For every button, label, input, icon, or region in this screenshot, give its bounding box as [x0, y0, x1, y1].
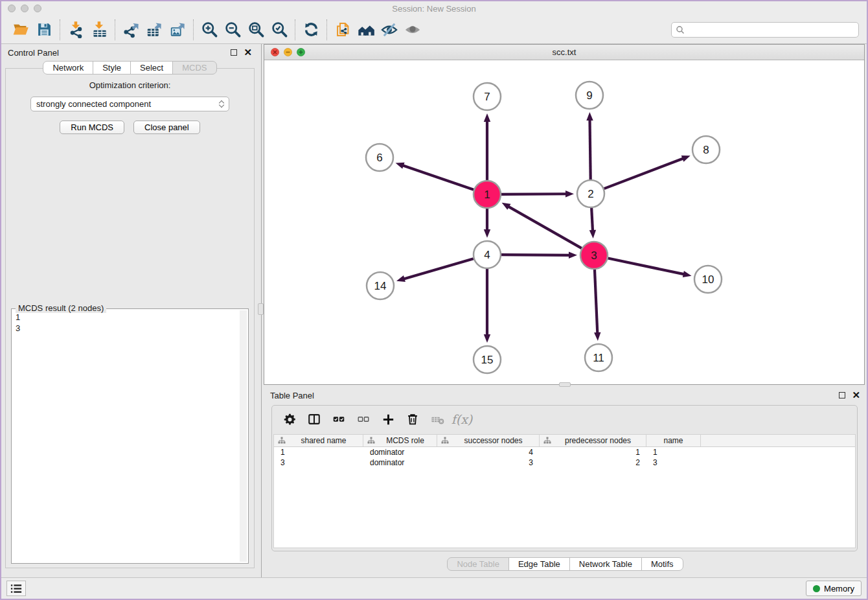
- edge-2-9[interactable]: [589, 119, 590, 179]
- tab-mcds[interactable]: MCDS: [172, 61, 216, 75]
- table-cell[interactable]: 3: [437, 458, 540, 467]
- control-panel-tabs: NetworkStyleSelectMCDS: [1, 61, 258, 75]
- column-header-name[interactable]: name: [646, 435, 701, 446]
- edge-1-6[interactable]: [402, 165, 474, 190]
- mcds-result-box: MCDS result (2 nodes) 13: [11, 308, 249, 564]
- optimization-criterion-label: Optimization criterion:: [6, 80, 254, 90]
- zoom-out-icon[interactable]: [221, 18, 244, 41]
- column-header-successor-nodes[interactable]: successor nodes: [437, 435, 540, 446]
- close-window-icon[interactable]: [8, 5, 16, 12]
- tab-node-table[interactable]: Node Table: [447, 557, 509, 571]
- window-title: Session: New Session: [392, 4, 475, 14]
- zoom-fit-icon[interactable]: [244, 18, 268, 41]
- table-row[interactable]: 3dominator323: [274, 457, 855, 468]
- edge-2-8[interactable]: [604, 158, 684, 189]
- node-label: 9: [586, 89, 592, 102]
- minimize-network-icon[interactable]: [284, 48, 292, 56]
- table-cell[interactable]: 3: [274, 458, 363, 467]
- search-icon: [676, 25, 685, 34]
- minimize-window-icon[interactable]: [21, 5, 29, 12]
- vertical-splitter[interactable]: [261, 44, 262, 577]
- zoom-in-icon[interactable]: [198, 18, 221, 41]
- horizontal-splitter-handle[interactable]: [559, 382, 571, 387]
- node-label: 2: [588, 188, 593, 200]
- table-panel-title: Table Panel: [270, 391, 314, 400]
- hierarchy-icon: [367, 437, 375, 444]
- splitter-handle[interactable]: [258, 303, 264, 315]
- mcds-result-text[interactable]: 13: [14, 310, 239, 562]
- column-header-shared-name[interactable]: shared name: [274, 435, 363, 446]
- edge-3-11[interactable]: [595, 270, 597, 334]
- table-cell[interactable]: dominator: [363, 458, 437, 467]
- network-canvas[interactable]: 7968124314101511: [264, 60, 864, 384]
- table-cell[interactable]: 1: [540, 448, 646, 457]
- edge-4-3[interactable]: [501, 255, 570, 255]
- zoom-window-icon[interactable]: [34, 5, 41, 12]
- close-network-icon[interactable]: [271, 48, 279, 56]
- export-table-icon[interactable]: [143, 18, 166, 41]
- result-scrollbar[interactable]: [240, 310, 247, 562]
- dropdown-value: strongly connected component: [36, 99, 220, 109]
- network-graph[interactable]: 7968124314101511: [264, 60, 864, 384]
- close-panel-icon[interactable]: ✕: [244, 49, 252, 56]
- close-table-panel-icon[interactable]: ✕: [852, 392, 860, 398]
- edge-1-2[interactable]: [501, 194, 567, 194]
- node-label: 3: [591, 249, 597, 262]
- table-row[interactable]: 1dominator411: [274, 447, 855, 457]
- table-cell[interactable]: dominator: [363, 448, 437, 457]
- open-file-icon[interactable]: [9, 18, 32, 41]
- edge-4-14[interactable]: [404, 259, 474, 279]
- node-label: 14: [374, 280, 387, 292]
- float-panel-icon[interactable]: [231, 49, 237, 56]
- edge-3-1[interactable]: [508, 206, 582, 248]
- delete-column-icon[interactable]: [400, 408, 425, 431]
- export-network-icon[interactable]: [119, 18, 143, 41]
- maximize-network-icon[interactable]: [297, 48, 305, 56]
- table-cell[interactable]: 3: [646, 458, 701, 467]
- edge-2-3[interactable]: [591, 208, 593, 231]
- zoom-selected-icon[interactable]: [268, 18, 291, 41]
- select-all-checkboxes-icon[interactable]: [326, 408, 351, 431]
- run-mcds-button[interactable]: Run MCDS: [60, 121, 124, 134]
- import-table-icon[interactable]: [87, 18, 111, 41]
- status-bar: Memory: [1, 577, 867, 599]
- gear-icon[interactable]: [277, 408, 302, 431]
- split-columns-icon[interactable]: [302, 408, 326, 431]
- add-column-icon[interactable]: [376, 408, 400, 431]
- tab-network[interactable]: Network: [43, 61, 93, 75]
- tab-style[interactable]: Style: [93, 61, 131, 75]
- arrowhead-icon: [484, 334, 490, 343]
- table-cell[interactable]: 1: [274, 448, 363, 457]
- memory-button[interactable]: Memory: [806, 581, 862, 596]
- clone-network-icon[interactable]: [331, 18, 354, 41]
- close-panel-button[interactable]: Close panel: [133, 121, 200, 134]
- tab-select[interactable]: Select: [130, 61, 173, 75]
- optimization-criterion-dropdown[interactable]: strongly connected component: [30, 97, 229, 111]
- hide-selected-icon[interactable]: [378, 18, 401, 41]
- export-image-icon[interactable]: [166, 18, 189, 41]
- column-header-predecessor-nodes[interactable]: predecessor nodes: [540, 435, 646, 446]
- import-network-icon[interactable]: [64, 18, 87, 41]
- refresh-view-icon[interactable]: [299, 18, 323, 41]
- show-all-networks-icon[interactable]: [354, 18, 378, 41]
- tab-network-table[interactable]: Network Table: [569, 557, 642, 571]
- arrowhead-icon: [396, 163, 405, 169]
- table-toolbar: f(x): [272, 406, 857, 433]
- node-table[interactable]: shared nameMCDS rolesuccessor nodesprede…: [273, 434, 856, 548]
- deselect-all-checkboxes-icon[interactable]: [351, 408, 376, 431]
- show-selected-icon[interactable]: [401, 18, 424, 41]
- float-table-panel-icon[interactable]: [839, 392, 845, 398]
- search-input[interactable]: [687, 25, 854, 34]
- task-history-button[interactable]: [6, 581, 26, 596]
- table-cell[interactable]: 2: [540, 458, 646, 467]
- save-session-icon[interactable]: [32, 18, 56, 41]
- table-cell[interactable]: 4: [437, 448, 540, 457]
- table-cell[interactable]: 1: [646, 448, 701, 457]
- edge-3-10[interactable]: [608, 259, 685, 275]
- tab-motifs[interactable]: Motifs: [641, 557, 683, 571]
- toolbar-separator: [193, 19, 194, 40]
- control-panel-title: Control Panel: [8, 48, 59, 58]
- column-header-mcds-role[interactable]: MCDS role: [363, 435, 437, 446]
- search-field[interactable]: [671, 22, 859, 38]
- tab-edge-table[interactable]: Edge Table: [508, 557, 570, 571]
